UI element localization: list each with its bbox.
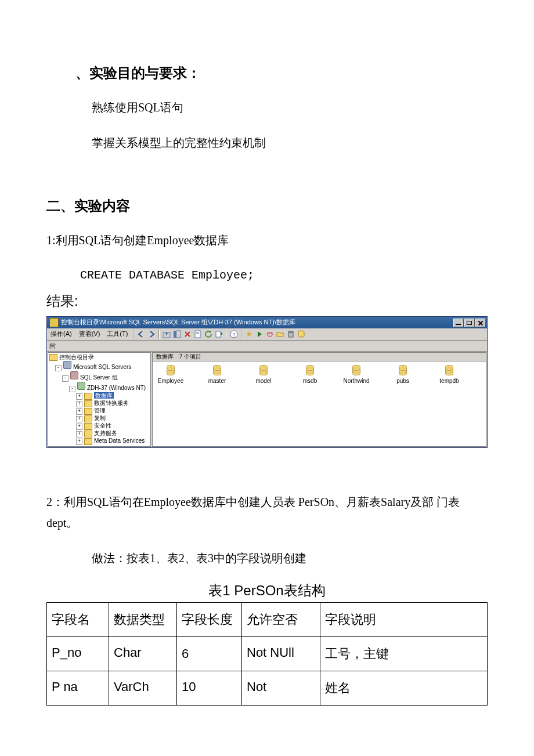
question2: 2：利用SQL语句在Employee数据库中创建人员表 PerSOn、月薪表Sa… [46, 491, 488, 533]
tree-sqlservers[interactable]: -Microsoft SQL Servers [49, 361, 149, 371]
db-label: master [208, 378, 226, 385]
plus-icon[interactable]: + [76, 439, 82, 445]
plus-icon[interactable]: + [76, 408, 82, 415]
db-label: model [255, 378, 271, 385]
close-button[interactable] [475, 319, 486, 327]
table-cell: VarCh [109, 671, 177, 706]
db-label: tempdb [439, 378, 459, 385]
db-item[interactable]: pubs [388, 365, 417, 385]
table-header: 字段长度 [177, 603, 242, 637]
server-icon[interactable] [286, 330, 295, 339]
table1: 字段名 数据类型 字段长度 允许空否 字段说明 P_no Char 6 Not … [46, 602, 488, 706]
plus-icon[interactable]: + [76, 431, 82, 437]
menubar: 操作(A) 查看(V) 工具(T) ? [47, 328, 487, 341]
section1-para2: 掌握关系模型上的完整性约束机制 [46, 132, 488, 153]
menu-action[interactable]: 操作(A) [47, 330, 75, 338]
section2-title: 二、实验内容 [46, 197, 488, 215]
db-item[interactable]: Employee [156, 365, 185, 385]
tree-header: 树 [47, 341, 487, 352]
tree-management[interactable]: +管理 [49, 407, 149, 415]
properties-icon[interactable] [193, 330, 203, 339]
menu-tools[interactable]: 工具(T) [103, 330, 131, 338]
list-panel: 数据库 7 个项目 Employee master model msdb Nor… [152, 352, 486, 447]
db-label: msdb [303, 378, 317, 385]
tree-security[interactable]: +安全性 [49, 422, 149, 430]
maximize-button[interactable] [464, 319, 475, 327]
table-cell: Char [109, 637, 177, 671]
database-icon [165, 365, 176, 377]
question1-code: CREATE DATABASE Employee; [46, 265, 488, 286]
table-cell: 6 [177, 637, 242, 671]
tree-server[interactable]: -ZDH-37 (Windows NT) [49, 382, 149, 392]
db-label: Employee [158, 378, 183, 385]
table-header: 允许空否 [242, 603, 320, 637]
plus-icon[interactable]: + [76, 424, 82, 430]
help-icon[interactable]: ? [229, 330, 239, 339]
db-item[interactable]: Northwind [342, 365, 371, 385]
back-icon[interactable] [136, 330, 146, 339]
db-label: pubs [396, 378, 409, 385]
db-item[interactable]: master [203, 365, 232, 385]
minus-icon[interactable]: - [62, 375, 68, 382]
svg-rect-1 [174, 331, 176, 338]
table-cell: Not [242, 671, 320, 706]
database-icon [212, 365, 222, 377]
svg-rect-2 [176, 331, 181, 338]
db-item[interactable]: model [249, 365, 278, 385]
tree-group[interactable]: -SQL Server 组 [49, 371, 149, 382]
tree-dts[interactable]: +数据转换服务 [49, 400, 149, 407]
open-icon[interactable] [276, 330, 285, 339]
table-cell: P_no [47, 637, 109, 671]
plus-icon[interactable]: + [76, 393, 82, 400]
database-icon [398, 365, 408, 377]
svg-rect-3 [195, 331, 200, 338]
section1-title: 、实验目的与要求： [46, 64, 488, 82]
table1-title: 表1 PerSOn表结构 [46, 581, 488, 600]
screenshot-window: 控制台根目录\Microsoft SQL Servers\SQL Server … [46, 316, 488, 448]
up-icon[interactable] [162, 330, 171, 339]
svg-rect-11 [289, 332, 293, 333]
new-icon[interactable] [265, 330, 275, 339]
minus-icon[interactable]: - [69, 386, 75, 392]
minus-icon[interactable]: - [55, 365, 62, 371]
table-header: 字段名 [47, 603, 109, 637]
db-icon[interactable] [297, 330, 306, 339]
plus-icon[interactable]: + [76, 401, 82, 407]
question1: 1:利用SQL语句创建Employee数据库 [46, 230, 488, 251]
result-label: 结果: [46, 292, 488, 310]
table-cell: P na [47, 671, 109, 706]
show-icon[interactable] [172, 330, 182, 339]
forward-icon[interactable] [147, 330, 156, 339]
db-label: Northwind [343, 378, 369, 385]
database-icon [444, 365, 454, 377]
database-icon [305, 365, 315, 377]
delete-icon[interactable] [183, 330, 192, 339]
app-icon [49, 318, 59, 327]
table-header: 数据类型 [109, 603, 177, 637]
table-cell: 姓名 [320, 671, 488, 706]
table-header: 字段说明 [320, 603, 488, 637]
tree-panel: 控制台根目录 -Microsoft SQL Servers -SQL Serve… [48, 352, 151, 447]
db-item[interactable]: msdb [295, 365, 324, 385]
tree-database-selected[interactable]: +数据库 [49, 392, 149, 400]
wizard-icon[interactable] [244, 330, 254, 339]
export-icon[interactable] [214, 330, 223, 339]
menu-view[interactable]: 查看(V) [75, 330, 104, 338]
plus-icon[interactable]: + [76, 416, 82, 422]
db-item[interactable]: tempdb [435, 365, 464, 385]
svg-point-9 [268, 332, 272, 334]
table-cell: 工号，主键 [320, 637, 488, 671]
tree-support[interactable]: +支持服务 [49, 430, 149, 437]
section1-para1: 熟练使用SQL语句 [46, 97, 488, 118]
run-icon[interactable] [255, 330, 264, 339]
tree-root[interactable]: 控制台根目录 [49, 354, 149, 361]
tree-replication[interactable]: +复制 [49, 415, 149, 422]
database-icon [351, 365, 362, 377]
refresh-icon[interactable] [204, 330, 213, 339]
table-cell: 10 [177, 671, 242, 706]
tree-meta[interactable]: +Meta Data Services [49, 437, 149, 445]
window-title: 控制台根目录\Microsoft SQL Servers\SQL Server … [61, 319, 295, 326]
database-icon [258, 365, 269, 377]
minimize-button[interactable] [453, 319, 464, 327]
svg-rect-6 [216, 331, 221, 337]
